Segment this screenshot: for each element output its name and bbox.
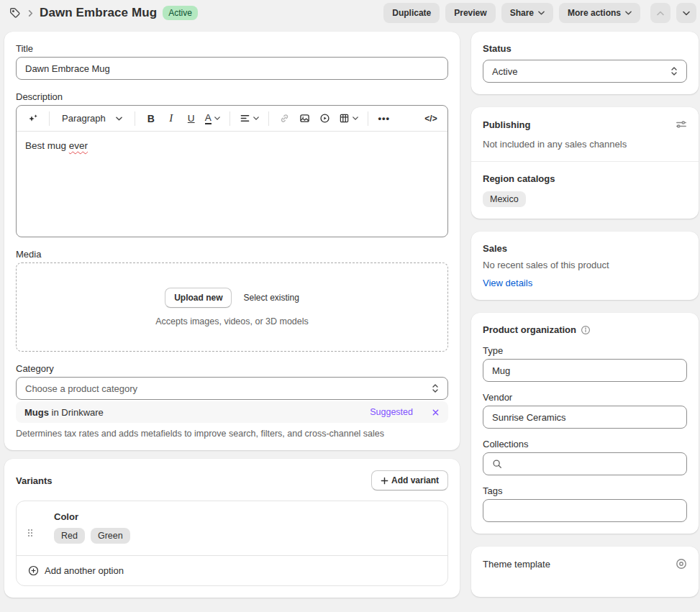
suggested-badge: Suggested xyxy=(370,407,413,417)
category-suggestion-text: Mugs in Drinkware xyxy=(24,407,361,418)
top-bar: Dawn Embrace Mug Active Duplicate Previe… xyxy=(0,0,700,26)
more-formatting-button[interactable]: ••• xyxy=(375,109,394,129)
status-select[interactable]: Active xyxy=(483,60,687,83)
preview-button[interactable]: Preview xyxy=(445,3,495,23)
toolbar-divider xyxy=(268,111,269,126)
variant-option-row[interactable]: Color Red Green xyxy=(17,501,447,555)
variants-header: Variants Add variant xyxy=(16,470,448,490)
topbar-actions: Duplicate Preview Share More actions xyxy=(383,3,696,23)
vendor-input[interactable] xyxy=(483,406,687,429)
previous-product-button[interactable] xyxy=(650,3,671,23)
chevron-up-icon xyxy=(657,11,664,16)
info-icon[interactable] xyxy=(581,325,591,335)
category-placeholder: Choose a product category xyxy=(25,383,137,394)
theme-template-card: Theme template xyxy=(471,547,699,597)
title-input[interactable] xyxy=(16,57,448,80)
status-badge: Active xyxy=(163,6,198,20)
circle-plus-icon xyxy=(28,565,39,576)
view-details-link[interactable]: View details xyxy=(483,278,532,288)
media-actions: Upload new Select existing xyxy=(165,288,299,308)
product-organization-card: Product organization Type Vendor xyxy=(471,313,699,534)
option-name: Color xyxy=(54,511,130,522)
content-columns: Title Description Paragraph xyxy=(0,26,700,598)
add-another-option-button[interactable]: Add another option xyxy=(17,555,447,585)
ai-sparkle-icon[interactable] xyxy=(24,109,42,129)
status-value: Active xyxy=(492,66,517,77)
chevron-down-icon xyxy=(538,11,545,15)
toolbar-divider xyxy=(368,111,368,126)
dismiss-suggestion-icon[interactable] xyxy=(432,408,440,416)
collections-label: Collections xyxy=(483,439,687,449)
insert-table-button[interactable] xyxy=(336,109,361,129)
collections-field: Collections xyxy=(483,439,687,475)
type-label: Type xyxy=(483,345,687,356)
insert-video-button[interactable] xyxy=(316,109,335,129)
description-editor: Paragraph B I U A xyxy=(16,105,448,237)
insert-image-button[interactable] xyxy=(296,109,314,129)
bold-button[interactable]: B xyxy=(142,109,160,129)
breadcrumb-chevron-icon xyxy=(27,10,34,17)
collections-text-input[interactable] xyxy=(508,453,678,475)
toolbar-divider xyxy=(229,111,230,126)
tags-input[interactable] xyxy=(483,499,687,522)
sidebar-column: Status Active Publishing xyxy=(471,32,699,597)
drag-handle-icon[interactable] xyxy=(27,511,34,544)
show-html-button[interactable]: </> xyxy=(422,109,440,129)
chevron-down-icon xyxy=(253,117,259,120)
option-values: Red Green xyxy=(54,528,130,544)
next-product-button[interactable] xyxy=(676,3,696,23)
media-hint: Accepts images, videos, or 3D models xyxy=(155,316,309,326)
collections-input[interactable] xyxy=(483,452,687,475)
tags-label: Tags xyxy=(483,485,687,496)
chevron-down-icon xyxy=(683,11,690,16)
media-dropzone[interactable]: Upload new Select existing Accepts image… xyxy=(16,262,448,352)
sales-title: Sales xyxy=(483,243,687,254)
region-catalogs-title: Region catalogs xyxy=(483,173,687,184)
paragraph-style-dropdown[interactable]: Paragraph xyxy=(56,109,128,129)
theme-template-header: Theme template xyxy=(483,558,687,570)
vendor-field: Vendor xyxy=(483,392,687,429)
title-label: Title xyxy=(16,43,448,54)
select-existing-button[interactable]: Select existing xyxy=(243,293,299,303)
text-color-button[interactable]: A xyxy=(202,109,223,129)
view-eye-icon[interactable] xyxy=(676,558,687,570)
toolbar-divider xyxy=(135,111,135,126)
variants-title: Variants xyxy=(16,475,53,486)
product-tag-icon xyxy=(9,6,22,19)
description-text-misspelled: ever xyxy=(69,140,88,151)
page-title: Dawn Embrace Mug xyxy=(40,6,157,20)
publishing-empty-text: Not included in any sales channels xyxy=(483,139,687,150)
category-suggestion-row[interactable]: Mugs in Drinkware Suggested xyxy=(16,401,448,423)
option-value-chip: Green xyxy=(91,528,130,544)
description-text: Best mug xyxy=(25,140,69,151)
variant-option-card: Color Red Green Add another option xyxy=(16,501,448,586)
upload-new-button[interactable]: Upload new xyxy=(165,288,232,308)
media-label: Media xyxy=(16,249,448,260)
product-edit-page: Dawn Embrace Mug Active Duplicate Previe… xyxy=(0,0,700,612)
select-updown-icon xyxy=(671,65,678,77)
add-variant-button[interactable]: Add variant xyxy=(371,470,448,490)
type-input[interactable] xyxy=(483,359,687,382)
italic-button[interactable]: I xyxy=(162,109,181,129)
share-button[interactable]: Share xyxy=(501,3,553,23)
category-select[interactable]: Choose a product category xyxy=(16,377,448,400)
text-align-button[interactable] xyxy=(237,109,262,129)
tags-field: Tags xyxy=(483,485,687,522)
more-actions-button[interactable]: More actions xyxy=(559,3,640,23)
description-label: Description xyxy=(16,91,448,102)
chevron-down-icon xyxy=(625,11,632,15)
publishing-title: Publishing xyxy=(483,119,530,130)
variant-option-content: Color Red Green xyxy=(42,511,130,544)
option-value-chip: Red xyxy=(54,528,85,544)
divider xyxy=(471,161,699,162)
duplicate-button[interactable]: Duplicate xyxy=(383,3,440,23)
product-details-card: Title Description Paragraph xyxy=(4,32,460,450)
underline-button[interactable]: U xyxy=(182,109,201,129)
publishing-settings-icon[interactable] xyxy=(676,119,687,130)
description-content[interactable]: Best mug ever xyxy=(17,132,447,237)
link-button[interactable] xyxy=(276,109,294,129)
toolbar-divider xyxy=(49,111,50,126)
region-chip: Mexico xyxy=(483,191,526,207)
plus-icon xyxy=(381,477,388,485)
select-updown-icon xyxy=(432,383,439,394)
